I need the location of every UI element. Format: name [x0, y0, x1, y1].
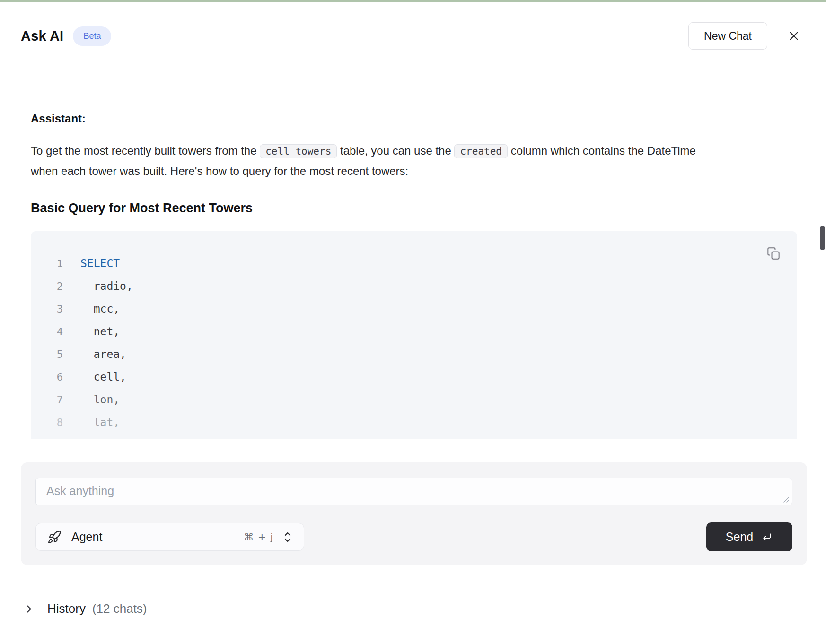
send-button[interactable]: Send: [706, 522, 792, 551]
code-text: cell,: [63, 371, 126, 383]
code-line: 1 SELECT: [31, 252, 797, 275]
copy-code-button[interactable]: [766, 246, 781, 261]
keyboard-shortcut: ⌘ + j: [244, 531, 273, 543]
code-text: radio,: [63, 280, 133, 292]
scrollbar-thumb[interactable]: [820, 226, 825, 250]
ask-ai-panel: Ask AI Beta New Chat Assistant: To get t…: [0, 0, 826, 644]
paragraph-text: table, you can use the: [337, 144, 454, 157]
new-chat-button[interactable]: New Chat: [688, 22, 767, 50]
code-line: 2 radio,: [31, 275, 797, 297]
line-number: 3: [31, 303, 63, 315]
divider: [0, 439, 826, 439]
code-text: mcc,: [63, 303, 120, 315]
assistant-role-label: Assistant:: [31, 112, 797, 125]
paragraph-text: To get the most recently built towers fr…: [31, 144, 260, 157]
mode-selector[interactable]: Agent ⌘ + j: [35, 523, 304, 551]
line-number: 2: [31, 280, 63, 292]
rocket-icon: [47, 530, 62, 544]
history-label: History: [47, 601, 86, 616]
assistant-paragraph: To get the most recently built towers fr…: [31, 141, 708, 181]
code-text: lon,: [63, 393, 120, 406]
code-line: 8 lat,: [31, 411, 797, 434]
section-heading: Basic Query for Most Recent Towers: [31, 201, 797, 216]
composer-panel: Agent ⌘ + j Send: [21, 462, 807, 565]
code-text: area,: [63, 348, 126, 360]
panel-header: Ask AI Beta New Chat: [0, 2, 826, 70]
close-button[interactable]: [784, 26, 803, 45]
panel-title: Ask AI: [21, 28, 63, 44]
line-number: 6: [31, 371, 63, 383]
code-line: 5 area,: [31, 343, 797, 366]
code-text: net,: [63, 325, 120, 338]
ask-input[interactable]: [35, 478, 792, 505]
mode-label: Agent: [71, 530, 102, 544]
code-line: 6 cell,: [31, 366, 797, 388]
line-number: 4: [31, 326, 63, 338]
code-line: 4 net,: [31, 320, 797, 343]
beta-badge: Beta: [73, 26, 111, 46]
inline-code-created: created: [454, 144, 508, 158]
line-number: 5: [31, 348, 63, 360]
sql-code-block: 1 SELECT 2 radio, 3 mcc, 4 net, 5 area, …: [31, 231, 797, 439]
inline-code-cell-towers: cell_towers: [260, 144, 337, 158]
divider: [21, 583, 805, 583]
code-text: SELECT: [63, 257, 120, 270]
history-count: (12 chats): [92, 601, 147, 616]
chevron-right-icon: [24, 604, 34, 614]
close-icon: [788, 30, 800, 42]
chat-message-area: Assistant: To get the most recently buil…: [0, 70, 826, 439]
line-number: 1: [31, 258, 63, 270]
return-key-icon: [761, 531, 773, 543]
copy-icon: [767, 247, 780, 260]
line-number: 7: [31, 394, 63, 406]
code-line: 9 range,: [31, 434, 797, 439]
code-text: lat,: [63, 416, 120, 428]
history-toggle[interactable]: History (12 chats): [24, 601, 147, 616]
chevron-up-down-icon: [282, 531, 293, 544]
code-line: 7 lon,: [31, 388, 797, 411]
code-line: 3 mcc,: [31, 297, 797, 320]
send-label: Send: [726, 530, 753, 544]
line-number: 8: [31, 417, 63, 428]
